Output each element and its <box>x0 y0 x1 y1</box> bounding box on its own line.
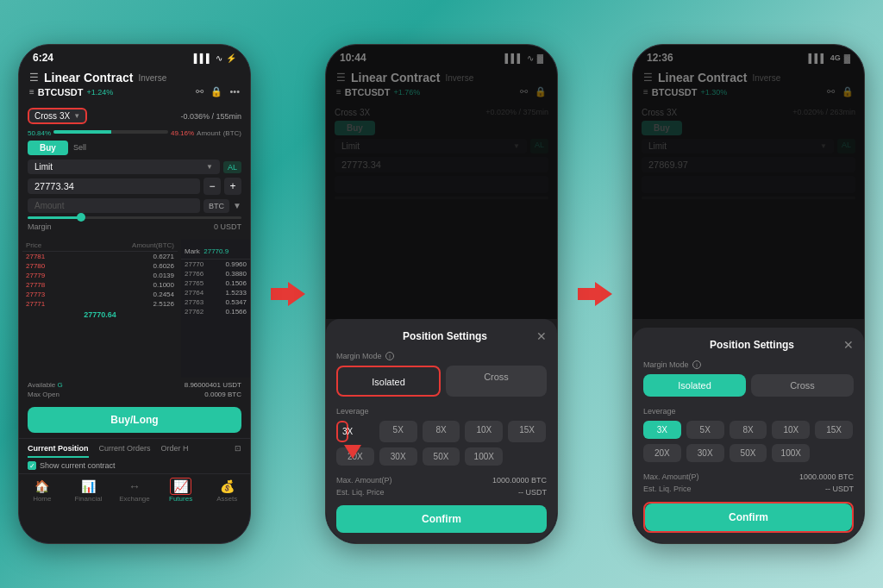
btc-label-header: (BTC) <box>223 129 241 137</box>
tab-assets[interactable]: 💰 Assets <box>204 479 250 503</box>
tab-financial[interactable]: 📊 Financial <box>66 479 112 503</box>
screen-3: 12:36 ▌▌▌ 4G ▓ ☰ Linear Contract Inverse… <box>632 44 865 544</box>
exchange-icon: ↔ <box>128 479 141 493</box>
current-orders-tab[interactable]: Current Orders <box>99 444 151 458</box>
home-icon: 🏠 <box>34 479 49 493</box>
isolated-mode-btn-2[interactable]: Isolated <box>336 366 441 397</box>
lev-8x-btn-3[interactable]: 8X <box>730 421 767 439</box>
header-inverse-1: Inverse <box>138 73 166 83</box>
lev-10x-btn-2[interactable]: 10X <box>465 421 503 442</box>
buy-long-btn-1[interactable]: Buy/Long <box>28 407 241 433</box>
status-time-1: 6:24 <box>33 52 53 64</box>
leverage-label-3: Leverage <box>643 407 854 416</box>
confirm-btn-wrapper-3: Confirm <box>643 502 854 533</box>
buy-tab-1[interactable]: Buy <box>28 141 68 155</box>
tab-futures[interactable]: 📈 Futures <box>158 479 204 503</box>
leverage-text-1[interactable]: Cross 3X <box>34 111 70 121</box>
order-history-tab[interactable]: Order H <box>161 444 189 458</box>
confirm-btn-3[interactable]: Confirm <box>645 504 852 531</box>
modal-close-btn-3[interactable]: ✕ <box>843 338 854 352</box>
lev-50x-btn-2[interactable]: 50X <box>423 447 460 466</box>
assets-icon: 💰 <box>220 479 235 493</box>
plus-btn-1[interactable]: + <box>224 178 241 195</box>
header-title-1: Linear Contract <box>44 71 133 84</box>
position-settings-modal-3: Position Settings ✕ Margin Mode i Isolat… <box>633 328 864 543</box>
leverage-arrow-2 <box>344 445 361 459</box>
leverage-grid-3: 3X 5X 8X 10X 15X 20X 30X 50X 100X <box>643 421 854 462</box>
screen-2: 10:44 ▌▌▌ ∿ ▓ ☰ Linear Contract Inverse … <box>325 44 558 544</box>
btc-badge-1: BTC <box>204 199 229 213</box>
lev-3x-btn-2[interactable]: 3X <box>336 421 348 442</box>
lev-3x-btn-3[interactable]: 3X <box>643 421 681 439</box>
amount-label-header: Amount <box>197 129 221 137</box>
change-pct-1: -0.036% / 155min <box>180 112 241 121</box>
lev-20x-btn-3[interactable]: 20X <box>643 444 681 462</box>
sell-ratio-1: 49.16% <box>171 129 194 137</box>
maxopen-label-1: Max Open <box>28 391 59 398</box>
current-position-tab[interactable]: Current Position <box>28 444 89 458</box>
ticker-symbol-1: BTCUSDT <box>38 87 84 97</box>
tab-exchange[interactable]: ↔ Exchange <box>111 479 158 503</box>
max-amount-value-3: 1000.0000 BTC <box>799 472 854 481</box>
chart-icon: ⚯ <box>196 86 204 97</box>
positions-bar-1: Current Position Current Orders Order H … <box>19 438 250 473</box>
header-icons-1: ⚯ 🔒 ••• <box>196 86 240 97</box>
confirm-btn-2[interactable]: Confirm <box>336 505 547 533</box>
available-label-1: Available G <box>28 381 63 389</box>
buy-ratio-1: 50.84% <box>28 129 51 137</box>
margin-mode-label-3: Margin Mode i <box>643 360 854 369</box>
more-icon: ••• <box>229 86 240 97</box>
cross-mode-btn-2[interactable]: Cross <box>446 366 547 397</box>
price-input-1[interactable]: 27773.34 <box>28 178 200 194</box>
cross-mode-btn-3[interactable]: Cross <box>751 374 854 397</box>
est-liq-value-2: -- USDT <box>518 488 547 497</box>
trade-controls-1: Cross 3X ▼ -0.036% / 155min 50.84% 49.16… <box>19 103 250 240</box>
margin-mode-label-2: Margin Mode i <box>336 352 547 360</box>
max-amount-value-2: 1000.0000 BTC <box>492 476 547 485</box>
minus-btn-1[interactable]: − <box>204 178 221 195</box>
app-header-1: ☰ Linear Contract Inverse ≡ BTCUSDT +1.2… <box>19 67 250 103</box>
modal-title-2: Position Settings <box>354 330 536 342</box>
lev-100x-btn-3[interactable]: 100X <box>772 444 810 462</box>
menu-icon: ☰ <box>29 72 39 84</box>
dim-overlay-3 <box>633 45 864 319</box>
max-amount-label-2: Max. Amount(P) <box>336 476 392 485</box>
financial-icon: 📊 <box>81 479 96 493</box>
lev-5x-btn-2[interactable]: 5X <box>379 421 417 442</box>
ob-amount-header: Amount(BTC) <box>132 241 174 249</box>
lev-15x-btn-3[interactable]: 15X <box>815 421 853 439</box>
arrow-2 <box>573 282 617 306</box>
ticker-change-1: +1.24% <box>86 88 113 97</box>
signal-icon: ▌▌▌ <box>194 53 212 63</box>
tab-home[interactable]: 🏠 Home <box>19 479 66 503</box>
lev-100x-btn-2[interactable]: 100X <box>465 447 503 466</box>
screens-container: 6:24 ▌▌▌ ∿ ⚡ ☰ Linear Contract Inverse ≡ <box>1 27 882 561</box>
sell-tab-1[interactable]: Sell <box>70 141 90 155</box>
lev-8x-btn-2[interactable]: 8X <box>423 421 460 442</box>
arrow-1 <box>266 282 310 306</box>
lev-30x-btn-3[interactable]: 30X <box>686 444 724 462</box>
orderbook-1: Price Amount(BTC) 277810.6271 277800.602… <box>19 240 250 378</box>
futures-icon: 📈 <box>170 479 191 493</box>
status-icons-1: ▌▌▌ ∿ ⚡ <box>194 53 236 63</box>
al-badge-1: AL <box>223 161 241 173</box>
modal-close-btn-2[interactable]: ✕ <box>536 329 547 343</box>
est-liq-value-3: -- USDT <box>825 485 854 493</box>
ob-price-header: Price <box>26 241 41 249</box>
lev-30x-btn-2[interactable]: 30X <box>379 447 417 466</box>
lock-icon: 🔒 <box>210 86 222 97</box>
order-type-select-1[interactable]: Limit ▼ <box>28 160 220 174</box>
modal-title-3: Position Settings <box>661 339 843 351</box>
contract-label: Show current contract <box>40 461 116 470</box>
leverage-section-2: 3X 5X 8X 10X 15X 20X 30X 50X 100X <box>336 421 547 466</box>
wifi-icon: ∿ <box>216 53 222 63</box>
lev-10x-btn-3[interactable]: 10X <box>772 421 810 439</box>
contract-checkbox[interactable]: ✓ <box>28 461 36 470</box>
amount-input-1[interactable]: Amount <box>28 198 200 213</box>
info-icon-2: i <box>385 352 394 360</box>
est-liq-label-3: Est. Liq. Price <box>643 485 692 493</box>
lev-5x-btn-3[interactable]: 5X <box>686 421 724 439</box>
isolated-mode-btn-3[interactable]: Isolated <box>643 374 746 397</box>
lev-50x-btn-3[interactable]: 50X <box>730 444 767 462</box>
lev-15x-btn-2[interactable]: 15X <box>508 421 546 442</box>
